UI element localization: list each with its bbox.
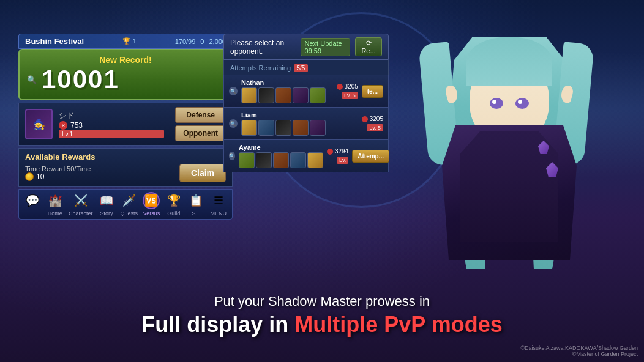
ayame-level: Lv. — [337, 157, 348, 164]
nav-chat-label: ... — [30, 210, 35, 216]
nav-story-label: Story — [100, 210, 113, 216]
festival-title: Bushin Festival — [25, 37, 84, 46]
search-icon-liam: 🔍 — [229, 119, 238, 128]
nathan-power-val: 3205 — [345, 83, 358, 90]
liam-power: 3205 — [362, 116, 383, 122]
ayame-avatar-1 — [239, 152, 255, 168]
opponent-button[interactable]: Opponent — [175, 125, 226, 141]
copyright: ©Daisuke Aizawa,KADOKAWA/Shadow Garden ©… — [520, 345, 638, 357]
nav-menu-label: MENU — [211, 210, 227, 216]
stat-zero: 0 — [200, 38, 204, 45]
ayame-name: Ayame — [239, 144, 323, 151]
nav-home[interactable]: 🏰 Home — [47, 192, 64, 216]
ayame-power: 3294 — [327, 148, 348, 155]
attempts-label: Attempts Remaining — [230, 64, 291, 72]
eye-shine-right — [492, 100, 496, 104]
nav-story[interactable]: 📖 Story — [98, 192, 115, 216]
nav-menu[interactable]: ☰ MENU — [210, 192, 227, 216]
refresh-button[interactable]: ⟳ Re... — [355, 37, 382, 56]
player-info: 🧙 シド ✕ 753 Lv. 1 Defense Opponent — [18, 103, 233, 146]
liam-avatar-1 — [241, 120, 257, 136]
pvp-header-text: Please select an opponent. — [230, 39, 296, 56]
nathan-info: Nathan — [241, 79, 333, 103]
nav-s[interactable]: 📋 S... — [187, 192, 204, 216]
nav-home-label: Home — [48, 210, 62, 216]
main-title-part1: Full display in — [141, 312, 294, 337]
new-record-label: New Record! — [27, 55, 224, 65]
player-avatar: 🧙 — [25, 109, 53, 139]
reward-info: Time Reward 50/Time 10 — [25, 165, 174, 181]
character-body — [411, 37, 607, 281]
opponent-row-nathan: 🔍 Nathan 3205 Lv. 5 te... — [223, 75, 389, 108]
coin-value: 10 — [36, 172, 44, 181]
ayame-stats: 3294 Lv. — [327, 148, 348, 164]
nav-quests[interactable]: 🗡️ Quests — [120, 192, 138, 216]
reward-row: Time Reward 50/Time 10 Claim — [25, 164, 226, 182]
opponent-row-ayame: 🔍 Ayame 3294 Lv. Attemp... — [223, 140, 389, 172]
nathan-power: 3205 — [337, 83, 358, 90]
zoom-icon: 🔍 — [27, 75, 37, 84]
rank-badge: 🏆 1 — [122, 37, 137, 45]
rewards-section: Available Rewards Time Reward 50/Time 10… — [18, 148, 233, 187]
nathan-avatar-5 — [310, 87, 326, 103]
main-title-highlight: Multiple PvP modes — [294, 312, 502, 337]
ayame-avatar-3 — [273, 152, 289, 168]
chat-icon: 💬 — [24, 192, 41, 209]
defense-button[interactable]: Defense — [175, 107, 226, 123]
top-bar: Bushin Festival 🏆 1 170/99 0 2,000 — [18, 34, 233, 49]
power-row: ✕ 753 — [59, 121, 164, 130]
ayame-info: Ayame — [239, 144, 323, 168]
nathan-avatar-3 — [275, 87, 291, 103]
versus-icon: 🆚 — [143, 192, 160, 209]
story-icon: 📖 — [98, 192, 115, 209]
search-icon-ayame: 🔍 — [229, 152, 235, 160]
claim-button[interactable]: Claim — [179, 164, 226, 182]
nathan-level: Lv. 5 — [342, 92, 358, 99]
ayame-avatar-2 — [256, 152, 272, 168]
next-update-label: Next Update — [305, 40, 342, 47]
copyright-line1: ©Daisuke Aizawa,KADOKAWA/Shadow Garden — [520, 345, 638, 351]
next-update-badge: Next Update 09:59 — [301, 38, 351, 56]
power-icon-nathan — [337, 84, 343, 90]
character-icon: ⚔️ — [72, 192, 89, 209]
stat-progress: 170/99 — [175, 38, 196, 45]
nathan-avatars — [241, 87, 333, 103]
nathan-name: Nathan — [241, 79, 333, 86]
pvp-header: Please select an opponent. Next Update 0… — [223, 34, 389, 60]
attempts-value: 5/5 — [294, 64, 309, 72]
score-panel: New Record! 🔍 10001 — [18, 49, 233, 100]
liam-avatar-4 — [293, 120, 309, 136]
liam-stats: 3205 Lv. 5 — [362, 116, 383, 131]
nav-character[interactable]: ⚔️ Character — [69, 192, 93, 216]
power-icon: ✕ — [59, 121, 67, 130]
nathan-avatar-4 — [293, 87, 309, 103]
ayame-avatar-4 — [290, 152, 306, 168]
time-reward-label: Time Reward 50/Time — [25, 165, 174, 172]
main-title: Full display in Multiple PvP modes — [0, 312, 644, 338]
liam-info: Liam — [241, 111, 358, 136]
liam-power-val: 3205 — [370, 116, 383, 122]
coin-icon — [25, 172, 34, 181]
nav-quests-label: Quests — [120, 210, 138, 216]
home-icon: 🏰 — [47, 192, 64, 209]
nathan-stats: 3205 Lv. 5 — [337, 83, 358, 99]
liam-avatar-5 — [310, 120, 326, 136]
challenge-nathan[interactable]: te... — [362, 85, 383, 98]
player-name: シド — [59, 110, 164, 121]
power-icon-ayame — [327, 149, 333, 155]
nav-chat[interactable]: 💬 ... — [24, 192, 41, 216]
eye-shine-left — [518, 100, 522, 104]
liam-name: Liam — [241, 111, 358, 119]
nav-versus[interactable]: 🆚 Versus — [143, 192, 160, 216]
nav-s-label: S... — [192, 210, 201, 216]
nav-guild[interactable]: 🏆 Guild — [165, 192, 182, 216]
char-eye-right — [490, 98, 503, 109]
next-update-time: 09:59 — [305, 47, 322, 54]
bottom-text: Put your Shadow Master prowess in Full d… — [0, 294, 644, 338]
liam-avatar-3 — [275, 120, 291, 136]
score-value: 10001 — [42, 65, 119, 94]
reward-count: 10 — [25, 172, 174, 181]
quests-icon: 🗡️ — [121, 192, 138, 209]
copyright-line2: ©Master of Garden Project — [520, 351, 638, 357]
challenge-ayame[interactable]: Attemp... — [352, 150, 389, 163]
